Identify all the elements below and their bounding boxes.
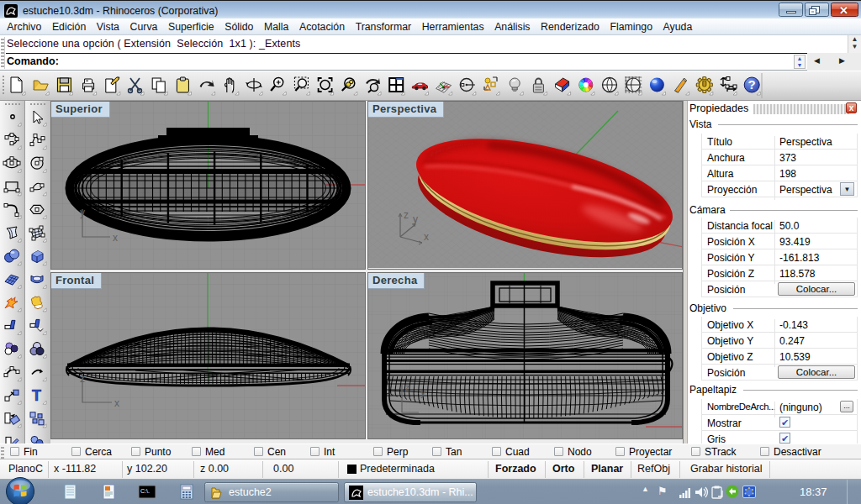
svg-text:x: x xyxy=(424,231,429,243)
svg-text:z: z xyxy=(80,373,85,385)
svg-text:x: x xyxy=(114,397,119,409)
svg-text:?: ? xyxy=(748,77,756,92)
svg-text:y: y xyxy=(80,207,85,218)
svg-text:y: y xyxy=(420,386,425,398)
svg-text:C:\.: C:\. xyxy=(140,488,150,494)
svg-text:z: z xyxy=(404,382,409,394)
svg-text:z: z xyxy=(404,209,409,221)
svg-text:y: y xyxy=(413,213,418,225)
svg-text:T: T xyxy=(32,387,41,404)
svg-text:x: x xyxy=(113,232,118,244)
